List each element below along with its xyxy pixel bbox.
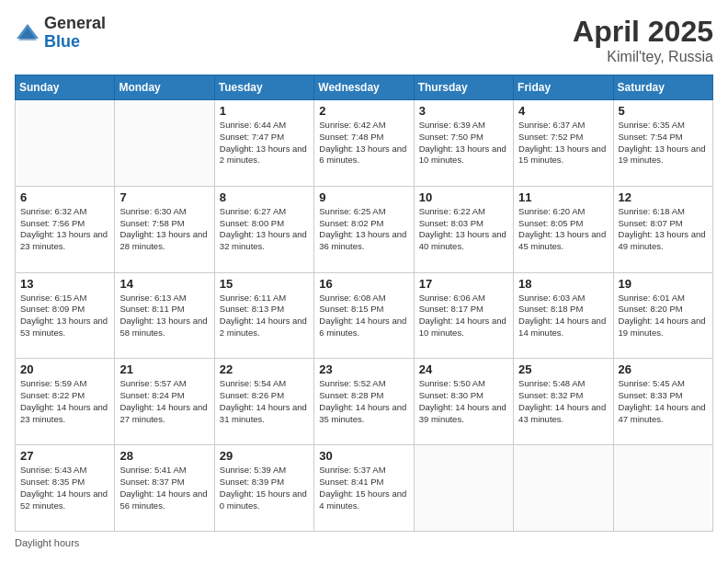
day-info: Sunrise: 6:44 AM Sunset: 7:47 PM Dayligh…	[220, 120, 309, 167]
day-cell: 12Sunrise: 6:18 AM Sunset: 8:07 PM Dayli…	[613, 186, 712, 272]
day-cell: 16Sunrise: 6:08 AM Sunset: 8:15 PM Dayli…	[314, 272, 414, 359]
day-cell	[414, 445, 513, 532]
day-info: Sunrise: 6:27 AM Sunset: 8:00 PM Dayligh…	[220, 206, 309, 253]
weekday-header-thursday: Thursday	[414, 75, 513, 100]
day-cell: 23Sunrise: 5:52 AM Sunset: 8:28 PM Dayli…	[314, 359, 414, 445]
day-number: 18	[518, 277, 608, 291]
week-row-3: 20Sunrise: 5:59 AM Sunset: 8:22 PM Dayli…	[16, 359, 713, 445]
day-number: 28	[119, 449, 209, 463]
day-cell: 30Sunrise: 5:37 AM Sunset: 8:41 PM Dayli…	[314, 445, 414, 532]
day-cell: 18Sunrise: 6:03 AM Sunset: 8:18 PM Dayli…	[514, 272, 613, 359]
day-number: 7	[119, 190, 209, 204]
day-number: 30	[319, 449, 408, 463]
day-cell: 11Sunrise: 6:20 AM Sunset: 8:05 PM Dayli…	[514, 186, 613, 272]
weekday-header-wednesday: Wednesday	[314, 75, 414, 100]
day-cell	[115, 100, 214, 187]
title-block: April 2025 Kimil'tey, Russia	[573, 15, 713, 65]
logo-blue-text: Blue	[44, 33, 106, 52]
day-number: 2	[319, 104, 408, 118]
day-cell	[613, 445, 712, 532]
day-info: Sunrise: 5:41 AM Sunset: 8:37 PM Dayligh…	[119, 465, 209, 511]
day-info: Sunrise: 6:20 AM Sunset: 8:05 PM Dayligh…	[518, 206, 608, 253]
day-cell: 28Sunrise: 5:41 AM Sunset: 8:37 PM Dayli…	[115, 445, 214, 532]
day-number: 21	[119, 362, 209, 376]
logo-general-text: General	[44, 15, 106, 33]
day-number: 27	[20, 449, 109, 463]
day-number: 15	[220, 277, 309, 291]
day-cell: 10Sunrise: 6:22 AM Sunset: 8:03 PM Dayli…	[414, 186, 513, 272]
day-cell	[514, 445, 613, 532]
day-info: Sunrise: 6:22 AM Sunset: 8:03 PM Dayligh…	[419, 206, 508, 253]
day-number: 1	[220, 104, 309, 118]
day-cell: 5Sunrise: 6:35 AM Sunset: 7:54 PM Daylig…	[613, 100, 712, 187]
weekday-header-saturday: Saturday	[613, 75, 712, 100]
day-number: 25	[518, 362, 608, 376]
day-cell: 9Sunrise: 6:25 AM Sunset: 8:02 PM Daylig…	[314, 186, 414, 272]
weekday-header-tuesday: Tuesday	[214, 75, 313, 100]
day-cell: 25Sunrise: 5:48 AM Sunset: 8:32 PM Dayli…	[514, 359, 613, 445]
day-info: Sunrise: 5:54 AM Sunset: 8:26 PM Dayligh…	[220, 378, 309, 425]
day-info: Sunrise: 5:57 AM Sunset: 8:24 PM Dayligh…	[119, 378, 209, 425]
day-info: Sunrise: 6:32 AM Sunset: 7:56 PM Dayligh…	[20, 206, 109, 253]
day-info: Sunrise: 6:06 AM Sunset: 8:17 PM Dayligh…	[419, 293, 508, 339]
day-cell: 29Sunrise: 5:39 AM Sunset: 8:39 PM Dayli…	[214, 445, 313, 532]
day-info: Sunrise: 6:18 AM Sunset: 8:07 PM Dayligh…	[619, 206, 708, 253]
day-info: Sunrise: 6:13 AM Sunset: 8:11 PM Dayligh…	[119, 293, 209, 339]
week-row-0: 1Sunrise: 6:44 AM Sunset: 7:47 PM Daylig…	[16, 100, 713, 187]
day-info: Sunrise: 5:48 AM Sunset: 8:32 PM Dayligh…	[518, 378, 608, 425]
day-info: Sunrise: 6:03 AM Sunset: 8:18 PM Dayligh…	[518, 293, 608, 339]
day-info: Sunrise: 5:37 AM Sunset: 8:41 PM Dayligh…	[319, 465, 408, 511]
day-info: Sunrise: 5:45 AM Sunset: 8:33 PM Dayligh…	[619, 378, 708, 425]
day-number: 17	[419, 277, 508, 291]
logo-icon	[15, 20, 40, 46]
day-info: Sunrise: 5:39 AM Sunset: 8:39 PM Dayligh…	[220, 465, 309, 511]
logo-text: General Blue	[44, 15, 106, 52]
day-cell	[16, 100, 115, 187]
weekday-header-friday: Friday	[514, 75, 613, 100]
weekday-header-monday: Monday	[115, 75, 214, 100]
day-info: Sunrise: 6:35 AM Sunset: 7:54 PM Dayligh…	[619, 120, 708, 167]
day-number: 11	[518, 190, 608, 204]
day-number: 20	[20, 362, 109, 376]
weekday-header-sunday: Sunday	[16, 75, 115, 100]
day-info: Sunrise: 6:15 AM Sunset: 8:09 PM Dayligh…	[20, 293, 109, 339]
day-number: 6	[20, 190, 109, 204]
day-number: 9	[319, 190, 408, 204]
day-number: 5	[619, 104, 708, 118]
day-cell: 26Sunrise: 5:45 AM Sunset: 8:33 PM Dayli…	[613, 359, 712, 445]
calendar-title: April 2025	[573, 15, 713, 49]
week-row-1: 6Sunrise: 6:32 AM Sunset: 7:56 PM Daylig…	[16, 186, 713, 272]
day-number: 13	[20, 277, 109, 291]
day-info: Sunrise: 5:50 AM Sunset: 8:30 PM Dayligh…	[419, 378, 508, 425]
day-number: 10	[419, 190, 508, 204]
day-number: 12	[619, 190, 708, 204]
day-cell: 13Sunrise: 6:15 AM Sunset: 8:09 PM Dayli…	[16, 272, 115, 359]
day-number: 26	[619, 362, 708, 376]
day-info: Sunrise: 6:11 AM Sunset: 8:13 PM Dayligh…	[220, 293, 309, 339]
day-cell: 21Sunrise: 5:57 AM Sunset: 8:24 PM Dayli…	[115, 359, 214, 445]
day-info: Sunrise: 5:59 AM Sunset: 8:22 PM Dayligh…	[20, 378, 109, 425]
day-number: 4	[518, 104, 608, 118]
day-info: Sunrise: 5:43 AM Sunset: 8:35 PM Dayligh…	[20, 465, 109, 511]
day-cell: 19Sunrise: 6:01 AM Sunset: 8:20 PM Dayli…	[613, 272, 712, 359]
day-cell: 2Sunrise: 6:42 AM Sunset: 7:48 PM Daylig…	[314, 100, 414, 187]
footer-note: Daylight hours	[15, 537, 713, 548]
calendar-location: Kimil'tey, Russia	[573, 49, 713, 65]
day-cell: 1Sunrise: 6:44 AM Sunset: 7:47 PM Daylig…	[214, 100, 313, 187]
day-number: 16	[319, 277, 408, 291]
week-row-2: 13Sunrise: 6:15 AM Sunset: 8:09 PM Dayli…	[16, 272, 713, 359]
day-number: 19	[619, 277, 708, 291]
logo: General Blue	[15, 15, 106, 52]
day-number: 29	[220, 449, 309, 463]
day-number: 8	[220, 190, 309, 204]
day-cell: 15Sunrise: 6:11 AM Sunset: 8:13 PM Dayli…	[214, 272, 313, 359]
day-cell: 20Sunrise: 5:59 AM Sunset: 8:22 PM Dayli…	[16, 359, 115, 445]
header: General Blue April 2025 Kimil'tey, Russi…	[15, 15, 713, 65]
calendar-table: SundayMondayTuesdayWednesdayThursdayFrid…	[15, 75, 713, 532]
day-cell: 17Sunrise: 6:06 AM Sunset: 8:17 PM Dayli…	[414, 272, 513, 359]
day-info: Sunrise: 6:30 AM Sunset: 7:58 PM Dayligh…	[119, 206, 209, 253]
day-number: 14	[119, 277, 209, 291]
week-row-4: 27Sunrise: 5:43 AM Sunset: 8:35 PM Dayli…	[16, 445, 713, 532]
day-info: Sunrise: 6:42 AM Sunset: 7:48 PM Dayligh…	[319, 120, 408, 167]
weekday-header-row: SundayMondayTuesdayWednesdayThursdayFrid…	[16, 75, 713, 100]
